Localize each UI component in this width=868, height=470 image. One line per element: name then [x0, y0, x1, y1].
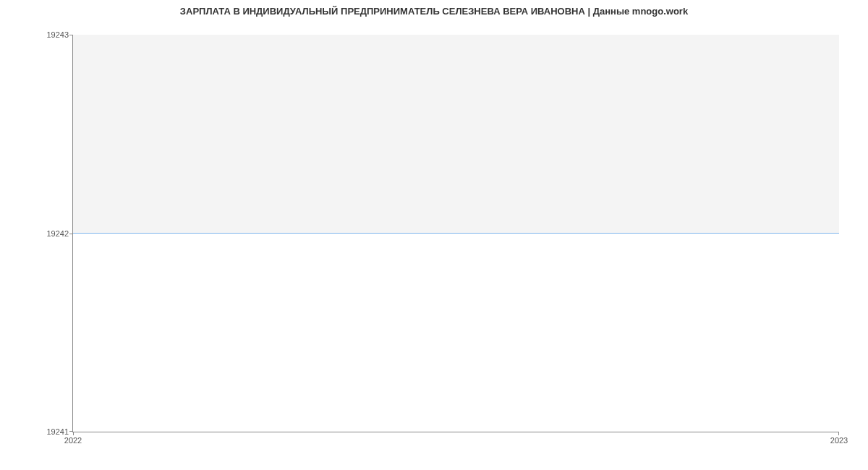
xtick-mark — [73, 432, 74, 435]
ytick-mark — [69, 35, 73, 35]
chart-container: 19243 19242 19241 2022 2023 — [72, 35, 839, 432]
ytick-mark — [69, 234, 73, 234]
data-line — [73, 233, 839, 234]
plot-band-upper — [73, 35, 839, 234]
plot-area: 19243 19242 19241 2022 2023 — [72, 35, 839, 432]
xtick-mark — [838, 432, 839, 435]
chart-title: ЗАРПЛАТА В ИНДИВИДУАЛЬНЫЙ ПРЕДПРИНИМАТЕЛ… — [0, 0, 868, 17]
ytick-label: 19243 — [46, 30, 69, 39]
plot-band-lower — [73, 234, 839, 432]
ytick-label: 19241 — [46, 427, 69, 436]
xtick-label: 2023 — [830, 436, 848, 445]
xtick-label: 2022 — [64, 436, 82, 445]
ytick-label: 19242 — [46, 229, 69, 238]
